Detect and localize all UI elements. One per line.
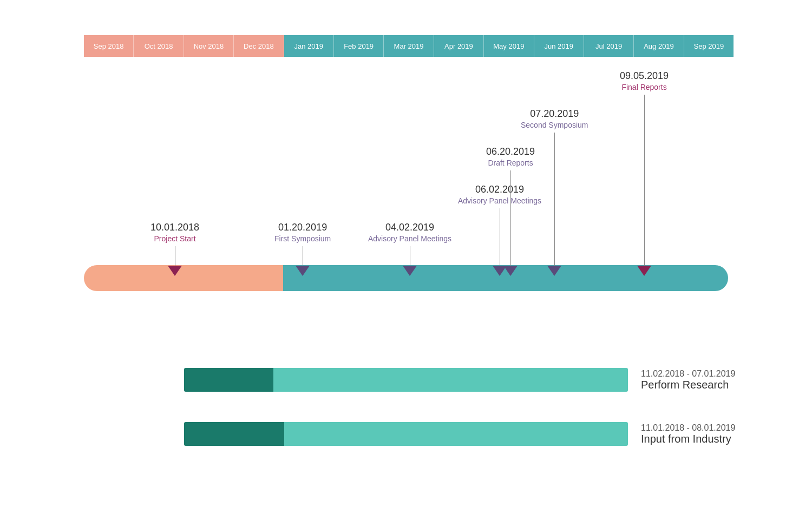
subtask-name-perform-research: Perform Research (641, 379, 735, 391)
milestone-line-first-symposium (303, 246, 303, 266)
month-cell-sep-2018: Sep 2018 (84, 35, 134, 57)
month-cell-feb-2019: Feb 2019 (334, 35, 384, 57)
milestone-date-first-symposium: 01.20.2019 (274, 222, 331, 233)
milestone-label-advisory-panel-1: Advisory Panel Meetings (368, 234, 451, 243)
subtask-dark-perform-research (184, 368, 273, 392)
month-header: Sep 2018Oct 2018Nov 2018Dec 2018Jan 2019… (84, 35, 734, 57)
milestone-advisory-panel-1: 04.02.2019 Advisory Panel Meetings (368, 222, 451, 276)
month-cell-mar-2019: Mar 2019 (384, 35, 434, 57)
milestone-label-project-start: Project Start (150, 234, 199, 243)
milestone-date-second-symposium: 07.20.2019 (521, 108, 588, 120)
milestone-arrow-first-symposium (296, 266, 310, 276)
month-cell-aug-2019: Aug 2019 (634, 35, 684, 57)
subtask-light-perform-research (273, 368, 628, 392)
milestone-arrow-project-start (168, 266, 182, 276)
subtask-dates-perform-research: 11.02.2018 - 07.01.2019 (641, 369, 735, 379)
milestone-final-reports: 09.05.2019 Final Reports (620, 70, 669, 276)
milestone-label-second-symposium: Second Symposium (521, 121, 588, 129)
milestone-arrow-second-symposium (547, 266, 561, 276)
milestone-line-advisory-panel-1 (410, 246, 410, 266)
month-cell-dec-2018: Dec 2018 (234, 35, 284, 57)
month-cell-may-2019: May 2019 (484, 35, 534, 57)
subtask-perform-research: 11.02.2018 - 07.01.2019 Perform Research (184, 368, 735, 392)
milestone-label-final-reports: Final Reports (620, 83, 669, 91)
milestone-line-final-reports (644, 95, 645, 266)
subtask-name-input-from-industry: Input from Industry (641, 433, 735, 445)
subtask-light-input-from-industry (284, 422, 628, 446)
milestone-date-project-start: 10.01.2018 (150, 222, 199, 233)
milestone-project-start: 10.01.2018 Project Start (150, 222, 199, 276)
month-cell-apr-2019: Apr 2019 (434, 35, 484, 57)
month-cell-jan-2019: Jan 2019 (284, 35, 334, 57)
month-cell-jun-2019: Jun 2019 (534, 35, 584, 57)
subtask-dark-input-from-industry (184, 422, 284, 446)
milestone-line-second-symposium (554, 133, 555, 266)
subtask-input-from-industry: 11.01.2018 - 08.01.2019 Input from Indus… (184, 422, 735, 446)
milestone-date-advisory-panel-1: 04.02.2019 (368, 222, 451, 233)
month-cell-sep-2019: Sep 2019 (684, 35, 734, 57)
milestone-label-first-symposium: First Symposium (274, 234, 331, 243)
month-cell-jul-2019: Jul 2019 (584, 35, 634, 57)
milestone-date-final-reports: 09.05.2019 (620, 70, 669, 82)
month-cell-oct-2018: Oct 2018 (134, 35, 184, 57)
timeline-container: Sep 2018Oct 2018Nov 2018Dec 2018Jan 2019… (0, 0, 812, 527)
milestone-line-project-start (175, 246, 175, 266)
month-cell-nov-2018: Nov 2018 (184, 35, 234, 57)
milestone-arrow-advisory-panel-1 (403, 266, 417, 276)
milestone-first-symposium: 01.20.2019 First Symposium (274, 222, 331, 276)
milestone-line-draft-reports (510, 170, 511, 266)
milestone-arrow-final-reports (637, 266, 651, 276)
subtask-dates-input-from-industry: 11.01.2018 - 08.01.2019 (641, 423, 735, 433)
milestone-arrow-draft-reports (503, 266, 518, 276)
milestone-second-symposium: 07.20.2019 Second Symposium (521, 108, 588, 276)
